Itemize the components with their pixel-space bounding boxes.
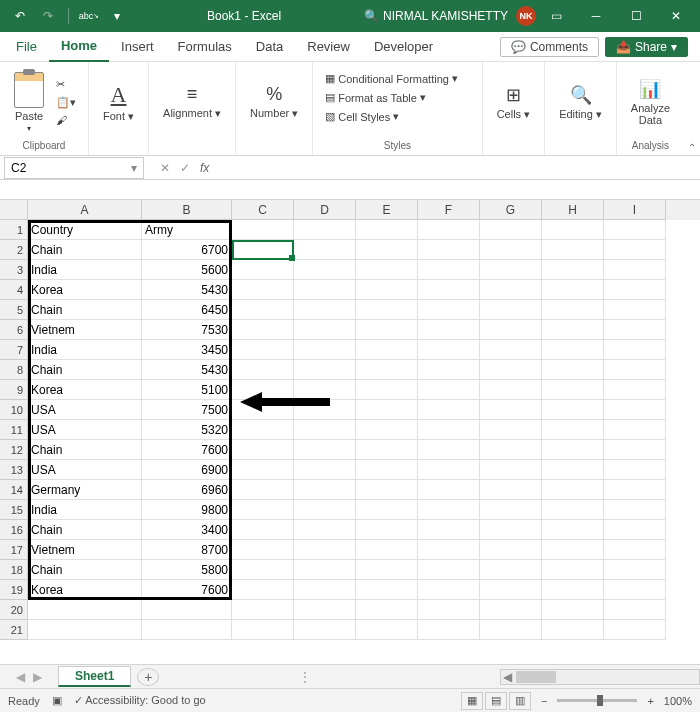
cell-C7[interactable] xyxy=(232,340,294,360)
cell-E1[interactable] xyxy=(356,220,418,240)
cell-I1[interactable] xyxy=(604,220,666,240)
cell-C21[interactable] xyxy=(232,620,294,640)
cell-H2[interactable] xyxy=(542,240,604,260)
row-header-18[interactable]: 18 xyxy=(0,560,28,580)
cell-F5[interactable] xyxy=(418,300,480,320)
cell-B10[interactable]: 7500 xyxy=(142,400,232,420)
tab-insert[interactable]: Insert xyxy=(109,32,166,62)
cell-I19[interactable] xyxy=(604,580,666,600)
redo-button[interactable]: ↷ xyxy=(36,4,60,28)
cell-C5[interactable] xyxy=(232,300,294,320)
cell-I4[interactable] xyxy=(604,280,666,300)
cell-A14[interactable]: Germany xyxy=(28,480,142,500)
cell-G4[interactable] xyxy=(480,280,542,300)
cell-E19[interactable] xyxy=(356,580,418,600)
cell-G17[interactable] xyxy=(480,540,542,560)
cell-C11[interactable] xyxy=(232,420,294,440)
cell-C13[interactable] xyxy=(232,460,294,480)
share-button[interactable]: 📤 Share ▾ xyxy=(605,37,688,57)
cell-A8[interactable]: Chain xyxy=(28,360,142,380)
cell-D18[interactable] xyxy=(294,560,356,580)
cell-E9[interactable] xyxy=(356,380,418,400)
cell-G12[interactable] xyxy=(480,440,542,460)
conditional-formatting-button[interactable]: ▦ Conditional Formatting ▾ xyxy=(321,70,462,87)
cell-H11[interactable] xyxy=(542,420,604,440)
cell-H13[interactable] xyxy=(542,460,604,480)
cell-I7[interactable] xyxy=(604,340,666,360)
cell-I12[interactable] xyxy=(604,440,666,460)
cell-G6[interactable] xyxy=(480,320,542,340)
row-header-12[interactable]: 12 xyxy=(0,440,28,460)
cell-C17[interactable] xyxy=(232,540,294,560)
cell-D15[interactable] xyxy=(294,500,356,520)
column-header-A[interactable]: A xyxy=(28,200,142,220)
analyze-data-button[interactable]: 📊 Analyze Data xyxy=(625,76,676,128)
paste-button[interactable]: Paste▾ xyxy=(8,70,50,135)
tab-home[interactable]: Home xyxy=(49,32,109,62)
cell-A7[interactable]: India xyxy=(28,340,142,360)
sheet-tab-sheet1[interactable]: Sheet1 xyxy=(58,666,131,687)
cell-H6[interactable] xyxy=(542,320,604,340)
format-painter-button[interactable]: 🖌 xyxy=(52,112,80,128)
column-header-H[interactable]: H xyxy=(542,200,604,220)
cell-H9[interactable] xyxy=(542,380,604,400)
cell-A21[interactable] xyxy=(28,620,142,640)
cell-C6[interactable] xyxy=(232,320,294,340)
editing-group-button[interactable]: 🔍 Editing ▾ xyxy=(553,82,608,123)
tab-formulas[interactable]: Formulas xyxy=(166,32,244,62)
cell-D7[interactable] xyxy=(294,340,356,360)
cell-B8[interactable]: 5430 xyxy=(142,360,232,380)
cell-E7[interactable] xyxy=(356,340,418,360)
cell-G14[interactable] xyxy=(480,480,542,500)
cell-F10[interactable] xyxy=(418,400,480,420)
page-layout-view-button[interactable]: ▤ xyxy=(485,692,507,710)
cell-I16[interactable] xyxy=(604,520,666,540)
cell-G13[interactable] xyxy=(480,460,542,480)
cell-F15[interactable] xyxy=(418,500,480,520)
cell-F3[interactable] xyxy=(418,260,480,280)
column-header-E[interactable]: E xyxy=(356,200,418,220)
search-icon[interactable]: 🔍 xyxy=(359,9,383,23)
row-header-15[interactable]: 15 xyxy=(0,500,28,520)
cell-F8[interactable] xyxy=(418,360,480,380)
cells-group-button[interactable]: ⊞ Cells ▾ xyxy=(491,82,537,123)
cell-E18[interactable] xyxy=(356,560,418,580)
undo-button[interactable]: ↶ xyxy=(8,4,32,28)
cell-E2[interactable] xyxy=(356,240,418,260)
cell-H5[interactable] xyxy=(542,300,604,320)
cell-D3[interactable] xyxy=(294,260,356,280)
tab-data[interactable]: Data xyxy=(244,32,295,62)
cell-G20[interactable] xyxy=(480,600,542,620)
column-header-D[interactable]: D xyxy=(294,200,356,220)
maximize-button[interactable]: ☐ xyxy=(616,0,656,32)
cell-B9[interactable]: 5100 xyxy=(142,380,232,400)
cell-D8[interactable] xyxy=(294,360,356,380)
cell-G9[interactable] xyxy=(480,380,542,400)
cell-C12[interactable] xyxy=(232,440,294,460)
cell-H21[interactable] xyxy=(542,620,604,640)
cell-D20[interactable] xyxy=(294,600,356,620)
cell-G7[interactable] xyxy=(480,340,542,360)
cell-E13[interactable] xyxy=(356,460,418,480)
cell-A18[interactable]: Chain xyxy=(28,560,142,580)
cell-B7[interactable]: 3450 xyxy=(142,340,232,360)
cell-D11[interactable] xyxy=(294,420,356,440)
cell-I18[interactable] xyxy=(604,560,666,580)
cell-F17[interactable] xyxy=(418,540,480,560)
row-header-9[interactable]: 9 xyxy=(0,380,28,400)
cell-B20[interactable] xyxy=(142,600,232,620)
format-as-table-button[interactable]: ▤ Format as Table ▾ xyxy=(321,89,430,106)
cell-D19[interactable] xyxy=(294,580,356,600)
cell-C3[interactable] xyxy=(232,260,294,280)
cell-C1[interactable] xyxy=(232,220,294,240)
cell-E14[interactable] xyxy=(356,480,418,500)
cell-I9[interactable] xyxy=(604,380,666,400)
cell-A11[interactable]: USA xyxy=(28,420,142,440)
cell-A15[interactable]: India xyxy=(28,500,142,520)
select-all-button[interactable] xyxy=(0,200,28,220)
cell-D13[interactable] xyxy=(294,460,356,480)
cell-F20[interactable] xyxy=(418,600,480,620)
column-header-B[interactable]: B xyxy=(142,200,232,220)
cell-A9[interactable]: Korea xyxy=(28,380,142,400)
cell-F9[interactable] xyxy=(418,380,480,400)
